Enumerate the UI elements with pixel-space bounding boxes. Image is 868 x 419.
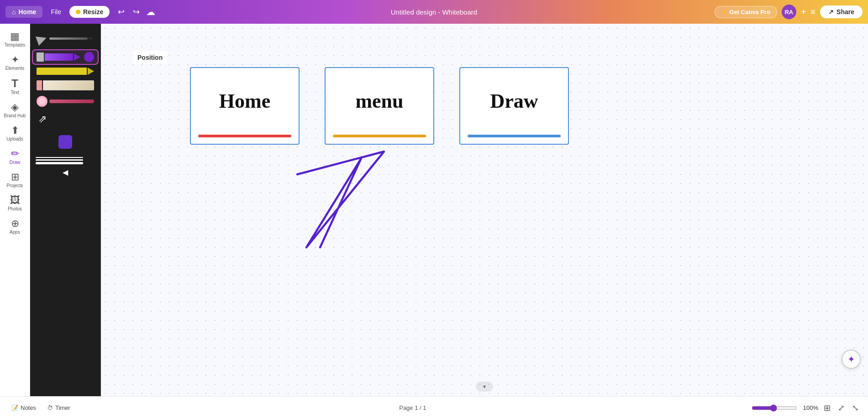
document-title: Untitled design - Whiteboard [391, 8, 477, 16]
resize-dot-icon [76, 10, 80, 14]
timer-label: Timer [55, 404, 70, 411]
sidebar-item-uploads[interactable]: ⬆ Uploads [2, 122, 28, 144]
highlighter-tip [88, 68, 94, 75]
uploads-icon: ⬆ [11, 126, 19, 136]
file-label: File [51, 8, 61, 16]
resize-label: Resize [83, 8, 103, 16]
canvas-area[interactable]: Position Home menu [101, 24, 868, 396]
pen-tool[interactable]: ▶ [33, 28, 98, 48]
stroke-size-button[interactable] [30, 155, 100, 166]
sidebar-item-elements[interactable]: ✦ Elements [2, 51, 28, 73]
share-button[interactable]: ↗ Share [820, 5, 863, 18]
get-canva-pro-button[interactable]: ✦ Get Canva Pro [715, 6, 777, 18]
templates-label: Templates [5, 42, 26, 47]
add-people-icon: + [801, 7, 806, 17]
magic-assist-button[interactable]: ✦ [842, 350, 861, 369]
fullscreen-button[interactable]: ⤢ [836, 401, 847, 415]
sidebar-item-text[interactable]: T Text [2, 74, 28, 98]
draw-box: Draw [459, 67, 569, 145]
highlighter-tool[interactable] [33, 66, 98, 77]
canva-pro-label: Get Canva Pro [729, 9, 770, 16]
add-people-button[interactable]: + [801, 7, 806, 17]
arrow-draw-tool[interactable]: ⇗ [33, 110, 98, 128]
magic-assist-icon: ✦ [847, 354, 855, 365]
sidebar-item-draw[interactable]: ✏ Draw [2, 145, 28, 168]
home-button[interactable]: ⌂ Home [5, 6, 42, 18]
marker-body [45, 53, 73, 61]
sidebar: ▦ Templates ✦ Elements T Text ◈ Brand Hu… [0, 24, 30, 396]
sidebar-item-templates[interactable]: ▦ Templates [2, 28, 28, 50]
redo-button[interactable]: ↪ [130, 5, 142, 19]
draw-icon: ✏ [11, 149, 19, 159]
marker-tip [74, 53, 80, 61]
avatar-button[interactable]: RA [782, 5, 796, 19]
eraser-body [43, 80, 94, 90]
photos-icon: 🖼 [10, 195, 20, 205]
redo-icon: ↪ [133, 7, 140, 16]
draw-panel: ▶ [30, 24, 101, 396]
grid-view-icon: ⊞ [824, 403, 831, 413]
pen-tip [89, 37, 94, 40]
marker-visual [37, 52, 94, 62]
save-button[interactable]: ☁ [146, 6, 155, 17]
home-label: Home [18, 8, 36, 16]
sidebar-item-projects[interactable]: ⊞ Projects [2, 168, 28, 191]
adjust-button[interactable]: ≡ [811, 7, 816, 17]
color-swatch[interactable] [58, 135, 72, 149]
elements-icon: ✦ [11, 55, 19, 65]
home-box-text: Home [213, 68, 277, 132]
fit-screen-button[interactable]: ⤡ [850, 401, 861, 415]
canva-pro-logo: ✦ [721, 9, 726, 16]
stroke-line-med [36, 159, 83, 161]
avatar-initials: RA [784, 9, 793, 16]
pen-icon: ▶ [34, 30, 49, 47]
bottombar-right: 100% ⊞ ⤢ ⤡ [752, 401, 861, 415]
zoom-slider[interactable] [752, 404, 797, 412]
smudge-visual [37, 96, 94, 107]
templates-icon: ▦ [10, 31, 20, 42]
elements-label: Elements [5, 66, 25, 71]
smudge-tool[interactable] [33, 94, 98, 109]
photos-label: Photos [8, 206, 22, 211]
apps-icon: ⊕ [11, 219, 19, 229]
title-text: Untitled design - Whiteboard [391, 8, 477, 16]
eraser-band [37, 80, 42, 90]
sidebar-item-photos[interactable]: 🖼 Photos [2, 192, 28, 214]
text-icon: T [11, 78, 18, 89]
bottombar: 📝 Notes ⏱ Timer Page 1 / 1 100% ⊞ ⤢ ⤡ [0, 396, 868, 419]
resize-button[interactable]: Resize [69, 6, 110, 18]
draw-box-text: Draw [484, 68, 544, 132]
timer-button[interactable]: ⏱ Timer [43, 403, 74, 413]
text-label: Text [11, 90, 19, 95]
notes-label: Notes [21, 404, 36, 411]
file-button[interactable]: File [46, 6, 66, 18]
save-icon: ☁ [146, 7, 155, 17]
notes-icon: 📝 [11, 404, 18, 411]
fullscreen-icon: ⤢ [838, 403, 845, 413]
page-info: Page 1 / 1 [399, 404, 426, 411]
fit-screen-icon: ⤡ [852, 403, 859, 413]
sidebar-item-brand-hub[interactable]: ◈ Brand Hub [2, 99, 28, 121]
eraser-tool[interactable] [33, 79, 98, 92]
grid-view-button[interactable]: ⊞ [822, 401, 832, 415]
marker-tool[interactable] [33, 50, 98, 64]
marker-cap [37, 52, 44, 62]
notes-button[interactable]: 📝 Notes [7, 403, 40, 413]
home-icon: ⌂ [12, 8, 16, 16]
hide-panel-button[interactable]: ◀ [61, 166, 70, 178]
bottombar-left: 📝 Notes ⏱ Timer [7, 403, 74, 413]
brand-hub-icon: ◈ [11, 102, 19, 112]
share-label: Share [836, 8, 854, 16]
zoom-percentage: 100% [801, 404, 818, 411]
undo-icon: ↩ [118, 7, 125, 16]
draw-label: Draw [10, 160, 20, 165]
apps-label: Apps [10, 230, 20, 235]
undo-button[interactable]: ↩ [115, 5, 127, 19]
marker-color-indicator [84, 52, 94, 62]
projects-icon: ⊞ [11, 172, 19, 182]
sidebar-item-apps[interactable]: ⊕ Apps [2, 215, 28, 237]
pen-visual: ▶ [37, 30, 94, 47]
stroke-line-thick [36, 162, 83, 164]
share-icon: ↗ [828, 8, 834, 16]
pen-shaft [49, 37, 88, 40]
